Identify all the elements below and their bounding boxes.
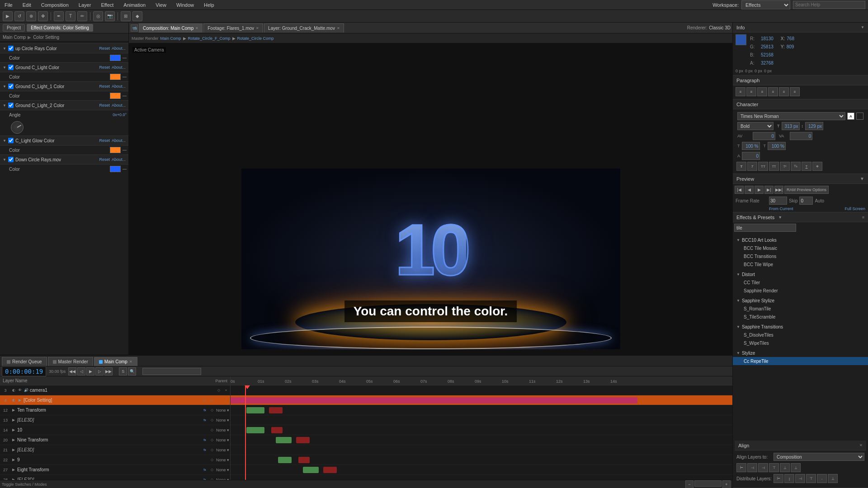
- layer-21-motion[interactable]: ◇: [209, 447, 215, 453]
- layer-21-fx[interactable]: fx: [202, 447, 208, 453]
- align-justify-all-btn[interactable]: ≡: [790, 87, 800, 96]
- timeline-tracks[interactable]: [231, 385, 732, 480]
- tl-next-frame[interactable]: ▶▶: [104, 367, 113, 375]
- layer-22-expand[interactable]: ▶: [11, 457, 16, 463]
- effect-s-tilescramble[interactable]: S_TileScramble: [733, 313, 868, 321]
- align-bottom-edge-btn[interactable]: ⊥: [791, 463, 801, 472]
- tl-solo-btn[interactable]: S: [119, 367, 127, 375]
- effect-about-1[interactable]: About...: [112, 46, 126, 51]
- superscript-btn[interactable]: T²: [780, 162, 790, 171]
- menu-file[interactable]: File: [3, 1, 14, 9]
- layer-13-fx[interactable]: fx: [202, 417, 208, 423]
- color-swatch-1[interactable]: [110, 55, 121, 61]
- layer-13-motion[interactable]: ◇: [209, 417, 215, 423]
- menu-effect[interactable]: Effect: [99, 1, 115, 9]
- layer-4-switch-1[interactable]: ◇: [201, 397, 208, 404]
- align-v-center-btn[interactable]: ⊥: [780, 463, 790, 472]
- layer-12-fx[interactable]: fx: [202, 407, 208, 413]
- folder-sapphire-stylize-header[interactable]: ▼ Sapphire Stylize: [733, 296, 868, 305]
- toggle-switches-btn[interactable]: Toggle Switches / Modes: [2, 482, 47, 487]
- align-h-center-btn[interactable]: ⊣: [747, 463, 757, 472]
- faux-italic-btn[interactable]: T: [747, 162, 757, 171]
- prev-frame-btn[interactable]: ◀: [745, 186, 754, 194]
- menu-window[interactable]: Window: [175, 1, 196, 9]
- layer-4-expand[interactable]: ▶: [17, 398, 23, 403]
- angle-dial-4[interactable]: [11, 121, 24, 134]
- horiz-scale-input[interactable]: [768, 142, 786, 150]
- folder-distort-header[interactable]: ▼ Distort: [733, 270, 868, 278]
- paragraph-section-header[interactable]: Paragraph: [733, 75, 868, 85]
- tab-render-queue[interactable]: Render Queue: [2, 357, 47, 366]
- angle-value-4[interactable]: 0x+0.0°: [113, 113, 127, 117]
- effects-options-icon[interactable]: ≡: [862, 215, 864, 220]
- layer-27-motion[interactable]: ◇: [209, 467, 215, 473]
- strikethrough-btn[interactable]: T: [812, 162, 822, 171]
- tool-pen[interactable]: ✒: [54, 11, 64, 21]
- effects-search-input[interactable]: [734, 224, 796, 232]
- layer-4-solo[interactable]: ◐: [11, 398, 16, 403]
- sub-tab-main[interactable]: Main Comp: [160, 36, 181, 41]
- small-caps-btn[interactable]: TT: [769, 162, 779, 171]
- tool-shape[interactable]: ◆: [132, 11, 142, 21]
- character-section-header[interactable]: Character: [733, 99, 868, 109]
- stroke-swatch[interactable]: [856, 113, 863, 120]
- tl-prev-frame[interactable]: ◀◀: [68, 367, 76, 375]
- ram-preview-btn[interactable]: RAM Preview Options: [784, 186, 829, 194]
- layer-28-fx[interactable]: fx: [202, 477, 208, 480]
- layer-3-solo[interactable]: ◐: [11, 388, 16, 393]
- tool-text[interactable]: T: [66, 11, 75, 21]
- tab-footage[interactable]: Footage: Flares_1.mov ✕: [203, 23, 263, 33]
- effect-about-5[interactable]: About...: [112, 138, 126, 143]
- menu-edit[interactable]: Edit: [21, 1, 33, 9]
- kerning-input[interactable]: [753, 132, 775, 140]
- align-to-select[interactable]: Composition: [774, 453, 864, 461]
- color-swatch-5[interactable]: [110, 147, 121, 153]
- leading-input[interactable]: [805, 122, 823, 130]
- align-right-btn[interactable]: ≡: [757, 87, 767, 96]
- tool-selection[interactable]: ▶: [3, 11, 13, 21]
- effect-cc-repetile[interactable]: Cc RepeTile: [733, 357, 868, 365]
- font-size-input[interactable]: [782, 122, 800, 130]
- tl-search-btn[interactable]: 🔍: [128, 367, 136, 375]
- timeline-search[interactable]: [142, 368, 201, 375]
- effect-enable-2[interactable]: [8, 65, 14, 70]
- sub-tab-rotate[interactable]: Rotate_Circle Comp: [237, 36, 274, 41]
- align-right-edge-btn[interactable]: ⊣: [758, 463, 768, 472]
- layer-28-motion[interactable]: ◇: [209, 477, 215, 480]
- effect-enable-4[interactable]: [8, 103, 14, 108]
- layer-22-motion[interactable]: ◇: [209, 457, 215, 463]
- effect-group-4[interactable]: ▼ Ground C_Light_2 Color Reset About...: [0, 100, 128, 110]
- menu-help[interactable]: Help: [202, 1, 216, 9]
- dist-right-btn[interactable]: ⊣: [795, 474, 805, 483]
- effect-about-4[interactable]: About...: [112, 103, 126, 108]
- align-justify-btn[interactable]: ≡: [768, 87, 778, 96]
- align-center-btn[interactable]: ≡: [746, 87, 756, 96]
- color-swatch-3[interactable]: [110, 93, 121, 99]
- workspace-dropdown[interactable]: Effects Default Motion Tracking: [741, 0, 790, 9]
- layer-3-audio[interactable]: 🔊: [24, 388, 29, 393]
- dist-h-center-btn[interactable]: |: [784, 474, 794, 483]
- tab-effect-controls[interactable]: Effect Controls: Color Setting: [27, 24, 93, 32]
- menu-view[interactable]: View: [154, 1, 168, 9]
- tab-project[interactable]: Project: [3, 24, 25, 32]
- breadcrumb-main-comp[interactable]: Main Comp: [3, 35, 26, 40]
- effect-group-3[interactable]: ▼ Ground C_Light_1 Color Reset About...: [0, 81, 128, 91]
- effect-enable-5[interactable]: [8, 138, 14, 143]
- tool-anchor[interactable]: ⊕: [26, 11, 36, 21]
- vert-scale-input[interactable]: [742, 142, 760, 150]
- layer-14-motion[interactable]: ◇: [209, 427, 215, 433]
- effect-enable-3[interactable]: [8, 84, 14, 89]
- layer-4-switch-2[interactable]: ◇: [208, 397, 215, 404]
- timeline-keyframes-area[interactable]: 0s 01s 02s 03s 04s 05s 06s 07s 08s 09s 1…: [231, 376, 732, 480]
- effect-bcc-tile-wipe[interactable]: BCC Tile Wipe: [733, 260, 868, 268]
- folder-stylize-header[interactable]: ▼ Stylize: [733, 349, 868, 357]
- align-left-edge-btn[interactable]: ⊢: [736, 463, 746, 472]
- font-color-swatch[interactable]: A: [847, 113, 854, 120]
- layer-12-motion[interactable]: ◇: [209, 407, 215, 413]
- effect-enable-6[interactable]: [8, 157, 14, 162]
- align-left-btn[interactable]: ≡: [736, 87, 745, 96]
- effect-s-romantile[interactable]: S_RomanTile: [733, 305, 868, 313]
- menu-layer[interactable]: Layer: [77, 1, 93, 9]
- tool-roto[interactable]: ◎: [93, 11, 103, 21]
- dist-v-center-btn[interactable]: -: [817, 474, 827, 483]
